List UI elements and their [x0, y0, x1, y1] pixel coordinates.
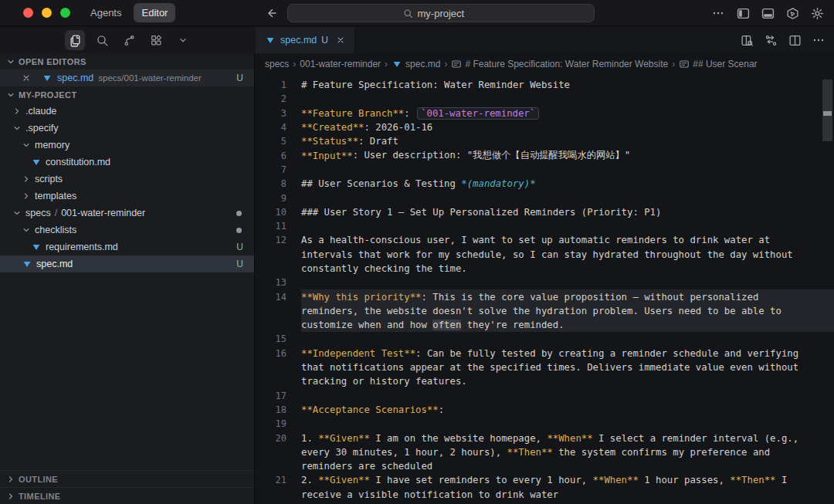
editor-more-actions-icon[interactable] — [809, 31, 828, 49]
tree-item-scripts[interactable]: scripts — [0, 171, 254, 188]
chevron-down-icon — [12, 123, 22, 133]
code-text: **Then** — [730, 475, 775, 485]
code-line-wrap[interactable]: every 30 minutes, 1 hour, 2 hours), **Th… — [256, 445, 834, 459]
code-text: every 30 minutes, 1 hour, 2 hours), — [301, 447, 507, 458]
toolbar-chevron-down-icon[interactable] — [173, 30, 193, 50]
code-text: : Draft — [358, 136, 398, 147]
compare-changes-icon[interactable] — [761, 31, 780, 49]
breadcrumb-item[interactable]: 001-water-reminder — [300, 59, 381, 69]
code-line-wrap[interactable]: constantly checking the time. — [256, 262, 834, 276]
code-line-14[interactable]: 14**Why this priority**: This is the cor… — [256, 289, 834, 303]
breadcrumb-item[interactable]: specs — [265, 59, 289, 69]
close-tab-icon[interactable] — [336, 36, 345, 45]
settings-gear-icon[interactable] — [808, 4, 826, 22]
code-line-17[interactable]: 17 — [256, 389, 834, 403]
open-editor-item-spec-md[interactable]: spec.md specs/001-water-reminder U — [0, 69, 254, 86]
code-line-wrap[interactable]: reminders are scheduled — [256, 459, 834, 473]
code-text: 1. — [301, 433, 318, 444]
breadcrumb-label: 001-water-reminder — [300, 59, 381, 69]
titlebar: Agents Editor — [0, 0, 834, 26]
editor-tab-spec-md[interactable]: spec.md U — [256, 27, 355, 53]
tree-item-checklists[interactable]: checklists — [0, 222, 254, 238]
tree-item-.specify[interactable]: .specify — [0, 120, 254, 137]
chevron-right-icon — [22, 191, 31, 201]
toggle-panel-icon[interactable] — [758, 4, 777, 22]
line-number: 15 — [256, 333, 286, 344]
tree-item-specs-001-water-reminder[interactable]: specs / 001-water-reminder — [0, 205, 254, 222]
code-line-2[interactable]: 2 — [256, 92, 834, 106]
tree-item-.claude[interactable]: .claude — [0, 103, 254, 120]
code-line-wrap[interactable]: customize when and how often they're rem… — [256, 318, 834, 332]
modified-dot-badge — [236, 211, 242, 216]
breadcrumb-label: spec.md — [405, 59, 440, 69]
editor-scrollbar[interactable] — [822, 79, 832, 141]
extensions-icon[interactable] — [146, 30, 166, 50]
breadcrumb-separator: › — [385, 59, 388, 69]
code-line-12[interactable]: 12As a health-conscious user, I want to … — [256, 233, 834, 247]
code-line-21[interactable]: 212. **Given** I have set reminders to e… — [256, 473, 834, 487]
split-editor-icon[interactable] — [785, 31, 804, 49]
cube-icon[interactable] — [783, 4, 802, 22]
tab-agents[interactable]: Agents — [83, 3, 129, 22]
code-line-wrap[interactable]: receive a visible notification to drink … — [256, 488, 834, 502]
code-line-18[interactable]: 18**Acceptance Scenarios**: — [256, 403, 834, 417]
open-editors-header[interactable]: OPEN EDITORS — [0, 53, 254, 69]
tree-item-templates[interactable]: templates — [0, 188, 254, 205]
code-line-1[interactable]: 1# Feature Specification: Water Reminder… — [256, 78, 834, 92]
code-line-15[interactable]: 15 — [256, 332, 834, 346]
code-text: I — [776, 475, 788, 485]
code-text: **When** — [593, 475, 639, 485]
open-preview-icon[interactable] — [737, 31, 756, 49]
search-input[interactable] — [418, 8, 480, 19]
line-number: 18 — [256, 404, 286, 415]
breadcrumb-item[interactable]: ## User Scenar — [679, 59, 757, 69]
back-arrow-icon[interactable] — [262, 4, 280, 22]
line-number: 17 — [256, 391, 286, 401]
code-text: **Given** — [318, 433, 370, 444]
toggle-sidebar-icon[interactable] — [734, 4, 752, 22]
code-editor[interactable]: 1# Feature Specification: Water Reminder… — [256, 74, 834, 504]
explorer-section-header[interactable]: MY-PROJECT — [0, 86, 254, 103]
timeline-section-header[interactable]: TIMELINE — [0, 487, 254, 504]
code-line-wrap[interactable]: tracking or history features. — [256, 374, 834, 388]
tree-item-memory[interactable]: memory — [0, 137, 254, 154]
code-line-5[interactable]: 5**Status**: Draft — [256, 134, 834, 148]
breadcrumb-item[interactable]: # Feature Specification: Water Reminder … — [451, 59, 668, 69]
code-line-7[interactable]: 7 — [256, 163, 834, 177]
code-line-6[interactable]: 6**Input**: User description: "我想做个【自动提醒… — [256, 148, 834, 162]
tree-item-constitution.md[interactable]: constitution.md — [0, 154, 254, 171]
code-line-wrap[interactable]: reminders, the website doesn't solve the… — [256, 304, 834, 318]
outline-section-header[interactable]: OUTLINE — [0, 470, 254, 487]
code-line-9[interactable]: 9 — [256, 191, 834, 205]
breadcrumb-item[interactable]: spec.md — [392, 59, 440, 69]
tab-editor[interactable]: Editor — [134, 3, 175, 22]
code-line-10[interactable]: 10### User Story 1 — Set Up Personalized… — [256, 205, 834, 219]
code-line-wrap[interactable]: intervals that work for my schedule, so … — [256, 248, 834, 262]
line-number: 3 — [256, 108, 286, 119]
app-window: Agents Editor — [0, 0, 834, 504]
explorer-files-icon[interactable] — [65, 30, 85, 50]
code-line-13[interactable]: 13 — [256, 276, 834, 289]
tree-item-requirements.md[interactable]: requirements.mdU — [0, 238, 254, 255]
code-line-11[interactable]: 11 — [256, 219, 834, 233]
code-line-8[interactable]: 8## User Scenarios & Testing *(mandatory… — [256, 177, 834, 191]
tree-item-spec.md[interactable]: spec.mdU — [0, 255, 254, 272]
code-line-3[interactable]: 3**Feature Branch**: `001-water-reminder… — [256, 107, 834, 120]
project-search-box[interactable] — [287, 4, 595, 22]
more-actions-icon[interactable] — [709, 4, 727, 22]
code-line-wrap[interactable]: that notifications appear at the specifi… — [256, 360, 834, 374]
symbol-icon — [679, 59, 690, 69]
source-control-icon[interactable] — [119, 30, 139, 50]
code-text: : User description: "我想做个【自动提醒我喝水的网站】" — [353, 149, 631, 162]
tree-item-label: .specify — [25, 123, 58, 134]
zoom-window-button[interactable] — [60, 8, 70, 18]
code-line-19[interactable]: 19 — [256, 417, 834, 431]
code-line-4[interactable]: 4**Created**: 2026-01-16 — [256, 120, 834, 134]
code-line-16[interactable]: 16**Independent Test**: Can be fully tes… — [256, 347, 834, 360]
search-tool-icon[interactable] — [92, 30, 112, 50]
code-line-20[interactable]: 201. **Given** I am on the website homep… — [256, 431, 834, 445]
minimize-window-button[interactable] — [42, 8, 52, 18]
code-text: : — [404, 108, 415, 119]
close-window-button[interactable] — [23, 8, 33, 18]
close-icon[interactable] — [22, 73, 31, 83]
